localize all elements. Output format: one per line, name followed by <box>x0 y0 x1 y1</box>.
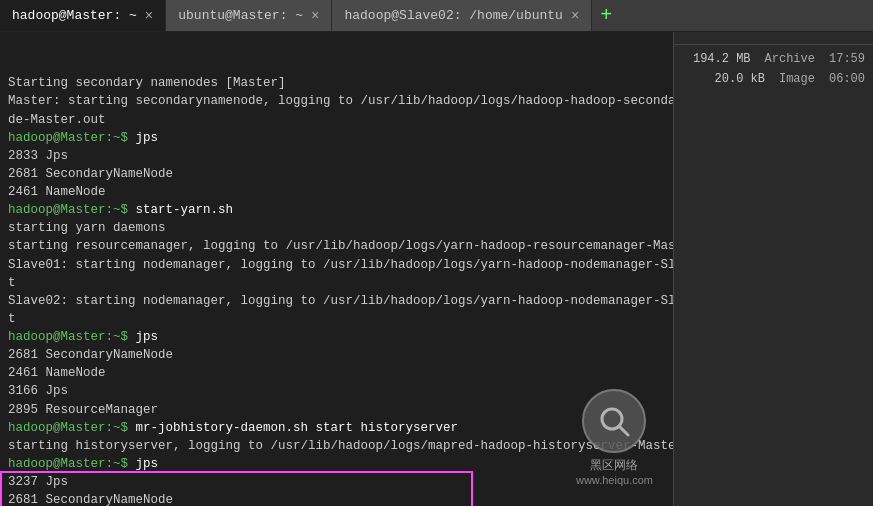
tab-3-close[interactable]: × <box>571 8 579 24</box>
watermark-line2: www.heiqu.com <box>576 474 653 486</box>
terminal-line: 3237 Jps <box>8 473 665 491</box>
tab-1[interactable]: hadoop@Master: ~ × <box>0 0 166 31</box>
terminal-main[interactable]: Starting secondary namenodes [Master]Mas… <box>0 32 673 506</box>
watermark-icon <box>582 389 646 453</box>
terminal-line: t <box>8 274 665 292</box>
terminal-line: 2895 ResourceManager <box>8 401 665 419</box>
tab-1-close[interactable]: × <box>145 8 153 24</box>
terminal-line: hadoop@Master:~$ jps <box>8 129 665 147</box>
terminal-line: 2681 SecondaryNameNode <box>8 491 665 506</box>
sidebar-right: 194.2 MBArchive17:5920.0 kBImage06:00 <box>673 32 873 506</box>
terminal-line: hadoop@Master:~$ mr-jobhistory-daemon.sh… <box>8 419 665 437</box>
terminal-line: 2681 SecondaryNameNode <box>8 165 665 183</box>
tab-1-label: hadoop@Master: ~ <box>12 8 137 23</box>
tab-3-label: hadoop@Slave02: /home/ubuntu <box>344 8 562 23</box>
terminal-line: Starting secondary namenodes [Master] <box>8 74 665 92</box>
tab-2-label: ubuntu@Master: ~ <box>178 8 303 23</box>
sidebar-row: 20.0 kBImage06:00 <box>674 69 873 89</box>
terminal-line: hadoop@Master:~$ jps <box>8 455 665 473</box>
terminal-line: t <box>8 310 665 328</box>
svg-line-1 <box>619 426 628 435</box>
watermark-line1: 黑区网络 <box>590 457 638 474</box>
sidebar-row: 194.2 MBArchive17:59 <box>674 49 873 69</box>
terminal-line: 2461 NameNode <box>8 183 665 201</box>
terminal-line: 2833 Jps <box>8 147 665 165</box>
terminal-line: 2461 NameNode <box>8 364 665 382</box>
terminal-line: hadoop@Master:~$ jps <box>8 328 665 346</box>
new-tab-button[interactable]: + <box>592 0 620 31</box>
terminal-line: Slave01: starting nodemanager, logging t… <box>8 256 665 274</box>
app-window: hadoop@Master: ~ × ubuntu@Master: ~ × ha… <box>0 0 873 506</box>
terminal-line: Master: starting secondarynamenode, logg… <box>8 92 665 110</box>
tab-bar: hadoop@Master: ~ × ubuntu@Master: ~ × ha… <box>0 0 873 32</box>
tab-2-close[interactable]: × <box>311 8 319 24</box>
terminal-line: 2681 SecondaryNameNode <box>8 346 665 364</box>
terminal-line: starting historyserver, logging to /usr/… <box>8 437 665 455</box>
terminal-line: starting resourcemanager, logging to /us… <box>8 237 665 255</box>
terminal-line: Slave02: starting nodemanager, logging t… <box>8 292 665 310</box>
tab-3[interactable]: hadoop@Slave02: /home/ubuntu × <box>332 0 592 31</box>
terminal-line: 3166 Jps <box>8 382 665 400</box>
terminal-line: starting yarn daemons <box>8 219 665 237</box>
terminal-area: Starting secondary namenodes [Master]Mas… <box>0 32 873 506</box>
watermark: 黑区网络 www.heiqu.com <box>576 389 653 486</box>
terminal-line: hadoop@Master:~$ start-yarn.sh <box>8 201 665 219</box>
tab-2[interactable]: ubuntu@Master: ~ × <box>166 0 332 31</box>
terminal-line: de-Master.out <box>8 111 665 129</box>
terminal-content: Starting secondary namenodes [Master]Mas… <box>8 38 665 506</box>
